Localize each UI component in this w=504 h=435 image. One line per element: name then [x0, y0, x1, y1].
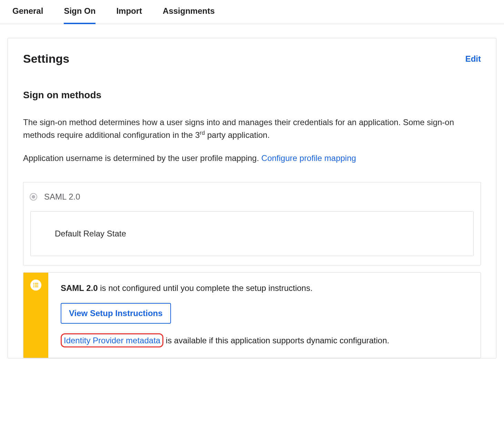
- section-heading: Sign on methods: [23, 90, 481, 101]
- setup-alert: SAML 2.0 is not configured until you com…: [23, 272, 481, 358]
- svg-rect-1: [35, 283, 38, 283]
- radio-label: SAML 2.0: [44, 192, 80, 202]
- desc-sup: rd: [200, 130, 205, 136]
- alert-line-1: SAML 2.0 is not configured until you com…: [61, 282, 468, 295]
- svg-rect-5: [35, 286, 38, 287]
- identity-provider-metadata-link[interactable]: Identity Provider metadata: [61, 333, 163, 347]
- panel-title: Settings: [23, 52, 69, 65]
- alert-line1-rest: is not configured until you complete the…: [98, 283, 313, 293]
- edit-link[interactable]: Edit: [465, 54, 481, 64]
- app-tabs: General Sign On Import Assignments: [0, 0, 504, 24]
- svg-point-0: [33, 283, 34, 284]
- signon-description: The sign-on method determines how a user…: [23, 116, 481, 141]
- svg-point-2: [33, 284, 34, 285]
- saml-radio-card: SAML 2.0 Default Relay State: [23, 182, 481, 265]
- alert-body: SAML 2.0 is not configured until you com…: [48, 273, 481, 358]
- tab-assignments[interactable]: Assignments: [163, 0, 215, 24]
- saml-radio-row[interactable]: SAML 2.0: [30, 192, 474, 202]
- panel-header: Settings Edit: [23, 52, 481, 65]
- username-description: Application username is determined by th…: [23, 152, 481, 164]
- tab-sign-on[interactable]: Sign On: [64, 0, 95, 24]
- alert-bar: [23, 273, 48, 358]
- settings-panel: Settings Edit Sign on methods The sign-o…: [8, 38, 496, 358]
- tab-general[interactable]: General: [12, 0, 43, 24]
- desc2-prefix: Application username is determined by th…: [23, 153, 261, 163]
- desc-text-2: party application.: [205, 130, 270, 140]
- tab-import[interactable]: Import: [116, 0, 142, 24]
- list-icon: [30, 280, 41, 291]
- default-relay-state-label: Default Relay State: [55, 229, 126, 238]
- svg-point-4: [33, 286, 34, 287]
- view-setup-instructions-button[interactable]: View Setup Instructions: [61, 303, 171, 324]
- alert-line-2: Identity Provider metadata is available …: [61, 333, 468, 347]
- configure-profile-mapping-link[interactable]: Configure profile mapping: [261, 153, 356, 163]
- radio-icon: [30, 193, 37, 201]
- alert-strong: SAML 2.0: [61, 283, 98, 293]
- alert-line2-rest: is available if this application support…: [163, 336, 389, 345]
- svg-rect-3: [35, 284, 38, 285]
- default-relay-state-box: Default Relay State: [30, 211, 474, 256]
